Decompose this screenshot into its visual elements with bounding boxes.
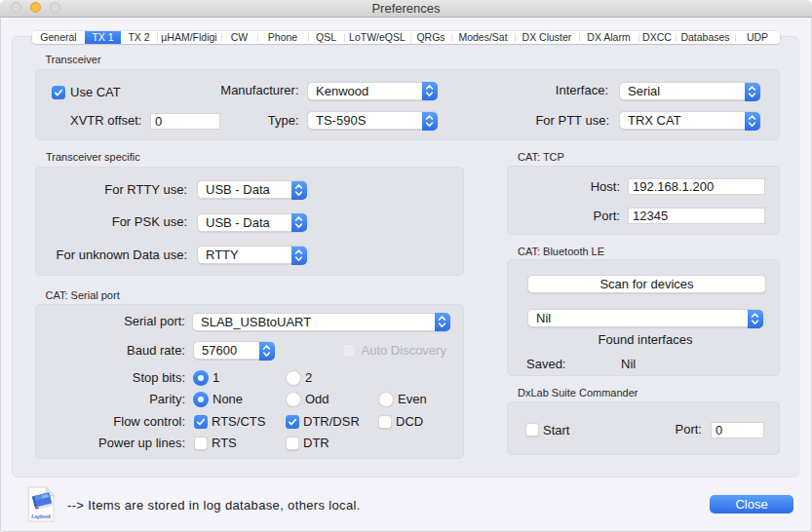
svg-text:Logbook: Logbook: [30, 513, 51, 519]
